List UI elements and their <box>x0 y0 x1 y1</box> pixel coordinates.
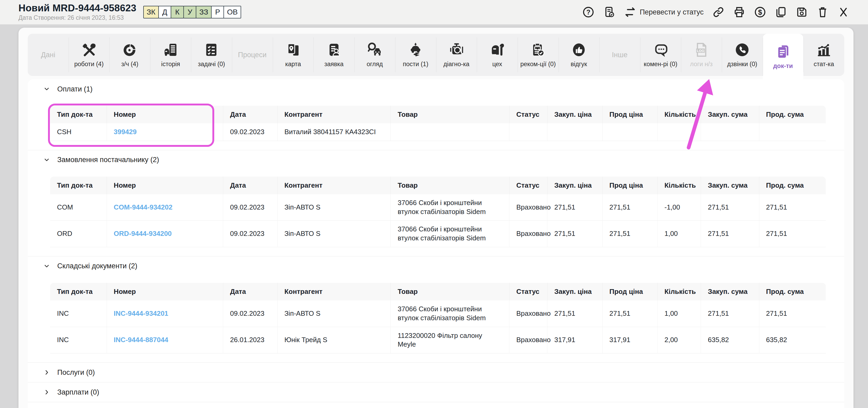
tab-tsekh[interactable]: цех <box>477 34 518 76</box>
save-button[interactable] <box>796 6 808 18</box>
tab-zch[interactable]: з/ч (4) <box>110 34 150 76</box>
tab-roboty[interactable]: роботи (4) <box>69 34 110 76</box>
section-header-skladski-dokumenty[interactable]: Складські документи (2) <box>28 256 844 276</box>
table-cell: 271,51 <box>602 301 657 327</box>
table-cell: INC <box>50 301 107 327</box>
table-wrap-oplaty: Тип док-таНомерДатаКонтрагентТоварСтатус… <box>28 99 844 150</box>
document-check-icon <box>603 6 615 18</box>
document-number-link[interactable]: 399429 <box>107 123 223 141</box>
svg-text:?: ? <box>586 8 590 16</box>
table-cell: 1,00 <box>657 301 701 327</box>
document-check-button[interactable] <box>603 6 615 18</box>
tab-label: Інше <box>612 51 627 59</box>
table-cell: INC <box>50 327 107 353</box>
column-header: Прод. сума <box>759 106 826 123</box>
section-title: Замовлення постачальнику (2) <box>57 156 159 164</box>
table-cell: 635,82 <box>759 327 826 353</box>
table-cell: 26.01.2023 <box>223 327 278 353</box>
tab-label: логи н/з <box>690 61 713 68</box>
map-card-icon <box>285 42 301 58</box>
table-cell: 1,00 <box>657 220 701 247</box>
request-doc-icon <box>327 42 342 58</box>
table-cell: 271,51 <box>701 194 759 220</box>
document-number-link[interactable]: ORD-9444-934200 <box>107 220 223 247</box>
column-header: Номер <box>107 283 223 301</box>
tab-istoriya[interactable]: історія <box>150 34 191 76</box>
chevron-right-icon <box>43 388 51 396</box>
tab-dokumenty[interactable]: док-ти <box>763 34 804 79</box>
section-header-posluhy[interactable]: Послуги (0) <box>28 363 844 382</box>
tab-statystyka[interactable]: стат-ка <box>803 34 844 76</box>
recommendations-icon <box>530 42 546 58</box>
column-header: Статус <box>509 106 547 123</box>
documents-icon <box>775 44 791 59</box>
transfer-status-button[interactable]: Перевести у статус <box>624 6 704 18</box>
table-cell: 271,51 <box>602 220 657 247</box>
tab-label: задачі (0) <box>198 61 225 68</box>
chevron-down-icon <box>43 156 51 164</box>
tab-label: док-ти <box>773 63 793 70</box>
document-number-link[interactable]: INC-9444-934201 <box>107 301 223 327</box>
tab-lohy[interactable]: LOGлоги н/з <box>681 34 722 76</box>
column-header: Прод. сума <box>759 177 826 194</box>
column-header: Товар <box>391 106 509 123</box>
tab-label: Процеси <box>238 51 267 59</box>
transfer-status-label: Перевести у статус <box>640 8 704 16</box>
section-header-zamovlennya-postachalnyku[interactable]: Замовлення постачальнику (2) <box>28 150 844 170</box>
tab-vidhuk[interactable]: відгук <box>559 34 599 76</box>
brake-disc-icon <box>122 42 137 58</box>
table-wrap-zamovlennya-postachalnyku: Тип док-таНомерДатаКонтрагентТоварСтатус… <box>28 170 844 256</box>
payment-button[interactable]: $ <box>754 6 766 18</box>
print-button[interactable] <box>733 6 745 18</box>
delete-button[interactable] <box>816 6 829 18</box>
tab-label: Дані <box>41 51 55 59</box>
status-badge: ЗК <box>143 6 159 19</box>
tab-posty[interactable]: пости (1) <box>395 34 436 76</box>
documents-table-oplaty: Тип док-таНомерДатаКонтрагентТоварСтатус… <box>50 106 826 141</box>
page-title: Новий MRD-9444-958623 <box>19 3 136 14</box>
table-cell: 271,51 <box>701 301 759 327</box>
column-header: Дата <box>223 177 278 194</box>
section-header-oplaty[interactable]: Оплати (1) <box>28 79 844 99</box>
table-cell: 271,51 <box>602 194 657 220</box>
section-header-pdv[interactable]: ПДВ (0) <box>28 402 844 408</box>
document-number-link[interactable]: INC-9444-887044 <box>107 327 223 353</box>
topbar-actions: ?Перевести у статус$ <box>582 6 849 18</box>
column-header: Статус <box>509 177 547 194</box>
column-header: Номер <box>107 177 223 194</box>
table-cell: 635,82 <box>701 327 759 353</box>
tab-label: з/ч (4) <box>121 61 138 68</box>
copy-button[interactable] <box>775 6 787 18</box>
tab-ohlyad[interactable]: огляд <box>354 34 395 76</box>
tab-dzvinky[interactable]: дзвінки (0) <box>722 34 763 76</box>
content-panel: Оплати (1)Тип док-таНомерДатаКонтрагентТ… <box>28 79 844 408</box>
tab-diahnostyka[interactable]: діагно-ка <box>436 34 477 76</box>
status-badge: Р <box>211 6 224 19</box>
table-cell: ORD <box>50 220 107 247</box>
tab-label: пости (1) <box>403 61 429 68</box>
section-header-zarplaty[interactable]: Зарплати (0) <box>28 382 844 402</box>
tab-zayavka[interactable]: заявка <box>313 34 354 76</box>
table-cell <box>548 123 602 141</box>
column-header: Тип док-та <box>50 177 107 194</box>
tab-komentari[interactable]: комен-рі (0) <box>640 34 681 76</box>
table-cell <box>657 123 701 141</box>
tab-karta[interactable]: карта <box>273 34 314 76</box>
column-header: Статус <box>509 283 547 301</box>
table-cell <box>391 123 509 141</box>
tab-zadachi[interactable]: задачі (0) <box>191 34 232 76</box>
document-number-link[interactable]: COM-9444-934202 <box>107 194 223 220</box>
link-button[interactable] <box>712 6 724 18</box>
tab-label: відгук <box>571 61 587 68</box>
tools-icon <box>81 42 97 58</box>
tab-label: історія <box>161 61 180 68</box>
tab-label: заявка <box>324 61 343 68</box>
help-button[interactable]: ? <box>582 6 594 18</box>
printer-icon <box>733 6 745 18</box>
table-cell: 271,51 <box>759 220 826 247</box>
chevron-down-icon <box>43 263 51 270</box>
tab-rekomendatsii[interactable]: реком-ції (0) <box>518 34 559 76</box>
chevron-right-icon <box>43 369 51 376</box>
table-cell <box>509 123 547 141</box>
close-button[interactable] <box>837 6 849 18</box>
